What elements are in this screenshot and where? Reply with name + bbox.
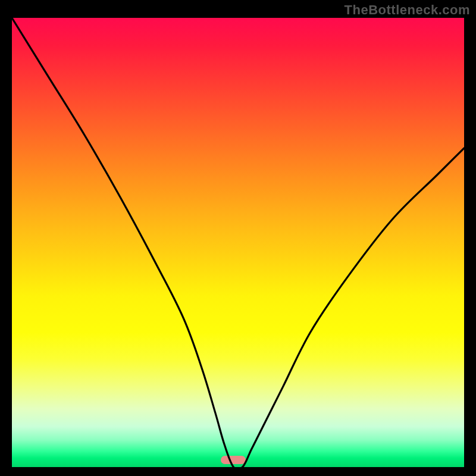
chart-frame: TheBottleneck.com xyxy=(0,0,476,476)
bottleneck-curve xyxy=(12,18,464,467)
attribution-label: TheBottleneck.com xyxy=(345,2,470,18)
bottleneck-curve-path xyxy=(12,18,464,467)
plot-area xyxy=(12,18,464,467)
